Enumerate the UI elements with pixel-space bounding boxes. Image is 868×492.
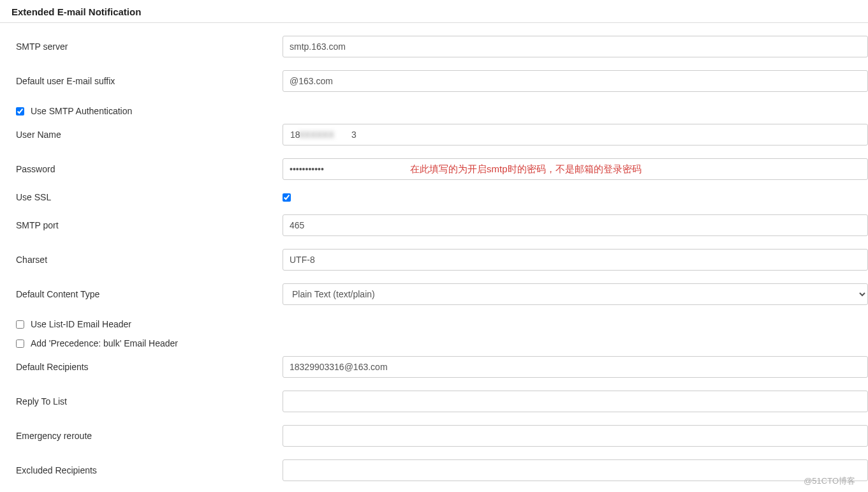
use-list-id-label: Use List-ID Email Header bbox=[31, 319, 131, 329]
smtp-server-label: SMTP server bbox=[16, 41, 283, 52]
emergency-reroute-row: Emergency reroute bbox=[16, 425, 868, 447]
username-row: User Name 18 XXXXXX 3 bbox=[16, 124, 868, 145]
emergency-reroute-input[interactable] bbox=[283, 425, 868, 447]
precedence-bulk-checkbox[interactable] bbox=[16, 339, 24, 348]
password-row: Password 在此填写的为开启smtp时的密码，不是邮箱的登录密码 bbox=[16, 158, 868, 180]
excluded-recipients-input[interactable] bbox=[283, 459, 868, 481]
use-ssl-label: Use SSL bbox=[16, 192, 283, 202]
email-suffix-input[interactable] bbox=[283, 70, 868, 92]
excluded-recipients-row: Excluded Recipients bbox=[16, 459, 868, 481]
username-label: User Name bbox=[16, 130, 283, 140]
username-suffix: 3 bbox=[351, 130, 357, 140]
use-smtp-auth-label: Use SMTP Authentication bbox=[31, 106, 132, 116]
use-ssl-checkbox[interactable] bbox=[283, 193, 291, 202]
precedence-bulk-row: Add 'Precedence: bulk' Email Header bbox=[16, 338, 868, 348]
default-recipients-input[interactable] bbox=[283, 356, 868, 378]
emergency-reroute-label: Emergency reroute bbox=[16, 431, 283, 441]
reply-to-row: Reply To List bbox=[16, 391, 868, 412]
use-list-id-checkbox[interactable] bbox=[16, 320, 24, 329]
smtp-server-input[interactable] bbox=[283, 36, 868, 57]
use-ssl-row: Use SSL bbox=[16, 188, 868, 207]
email-suffix-label: Default user E-mail suffix bbox=[16, 76, 283, 86]
charset-label: Charset bbox=[16, 255, 283, 265]
smtp-server-row: SMTP server bbox=[16, 36, 868, 57]
form-container: SMTP server Default user E-mail suffix U… bbox=[0, 36, 868, 492]
section-title: Extended E-mail Notification bbox=[0, 0, 868, 23]
smtp-port-input[interactable] bbox=[283, 214, 868, 236]
use-list-id-row: Use List-ID Email Header bbox=[16, 319, 868, 329]
email-suffix-row: Default user E-mail suffix bbox=[16, 70, 868, 92]
smtp-port-row: SMTP port bbox=[16, 214, 868, 236]
default-recipients-label: Default Recipients bbox=[16, 362, 283, 372]
excluded-recipients-label: Excluded Recipients bbox=[16, 465, 283, 475]
username-blurred: XXXXXX bbox=[298, 130, 334, 140]
default-recipients-row: Default Recipients bbox=[16, 356, 868, 378]
precedence-bulk-label: Add 'Precedence: bulk' Email Header bbox=[31, 338, 178, 348]
use-smtp-auth-checkbox[interactable] bbox=[16, 107, 24, 116]
content-type-label: Default Content Type bbox=[16, 289, 283, 299]
watermark: @51CTO博客 bbox=[804, 475, 855, 487]
password-annotation: 在此填写的为开启smtp时的密码，不是邮箱的登录密码 bbox=[410, 163, 642, 175]
content-type-select[interactable]: Plain Text (text/plain) bbox=[283, 283, 868, 305]
password-label: Password bbox=[16, 164, 283, 174]
content-type-row: Default Content Type Plain Text (text/pl… bbox=[16, 283, 868, 305]
charset-input[interactable] bbox=[283, 249, 868, 271]
use-smtp-auth-row: Use SMTP Authentication bbox=[16, 106, 868, 116]
reply-to-input[interactable] bbox=[283, 391, 868, 412]
smtp-port-label: SMTP port bbox=[16, 220, 283, 230]
reply-to-label: Reply To List bbox=[16, 396, 283, 406]
charset-row: Charset bbox=[16, 249, 868, 271]
username-input[interactable] bbox=[283, 124, 868, 145]
